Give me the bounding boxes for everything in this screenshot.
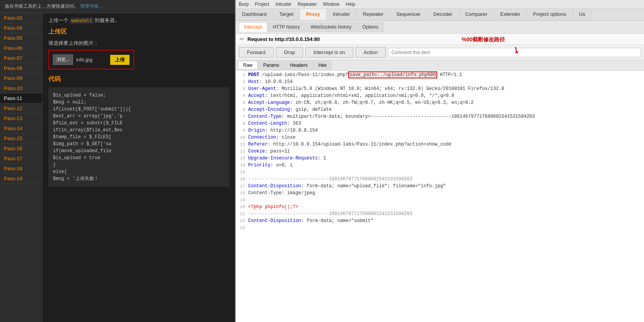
- tab-us[interactable]: Us: [573, 9, 592, 20]
- right-panel: BurpProjectIntruderRepeaterWindowHelp Da…: [235, 0, 644, 322]
- sidebar-item-pass-06[interactable]: Pass-06: [0, 43, 42, 53]
- request-line: 3User-Agent: Mozilla/5.0 (Windows NT 10.…: [236, 86, 644, 93]
- line-number: 18: [236, 190, 247, 195]
- request-tab-headers[interactable]: Headers: [285, 61, 312, 69]
- intercept-on-button[interactable]: Intercept is on: [305, 47, 353, 58]
- tab-project-options[interactable]: Project options: [527, 9, 573, 20]
- line-content: Content-Disposition: form-data; name="up…: [247, 183, 644, 189]
- request-line: 14Priority: u=0, i: [236, 163, 644, 169]
- sidebar-item-pass-14[interactable]: Pass-14: [0, 124, 42, 134]
- code-section-title: 代码: [48, 75, 229, 83]
- menu-item-burp[interactable]: Burp: [239, 2, 249, 7]
- request-line: 23: [236, 225, 644, 232]
- main-content: 上传一个 webshell 到服务器。 上传区 请选择要上传的图片： 浏览...…: [43, 13, 235, 322]
- menu-item-help[interactable]: Help: [346, 2, 355, 7]
- tab-sequencer[interactable]: Sequencer: [390, 9, 427, 20]
- line-number: 23: [236, 225, 247, 230]
- sidebar-item-pass-15[interactable]: Pass-15: [0, 134, 42, 144]
- left-content: Pass-03Pass-04Pass-05Pass-06Pass-07Pass-…: [0, 13, 235, 322]
- manage-bookmarks-link[interactable]: 管理书签...: [80, 3, 102, 9]
- sidebar-item-pass-17[interactable]: Pass-17: [0, 154, 42, 164]
- line-content: -----------------------------18814679771…: [247, 176, 644, 182]
- line-number: 21: [236, 211, 247, 216]
- sidebar-item-pass-08[interactable]: Pass-08: [0, 63, 42, 73]
- tab-repeater[interactable]: Repeater: [357, 9, 390, 20]
- request-line: 10Connection: close: [236, 135, 644, 142]
- request-tab-hex[interactable]: Hex: [313, 61, 332, 69]
- request-line: 7Content-Type: multipart/form-data; boun…: [236, 114, 644, 121]
- comment-input[interactable]: [388, 48, 641, 57]
- menu-item-project[interactable]: Project: [255, 2, 269, 7]
- line-content: Host: 10.0.0.154: [247, 79, 644, 85]
- code-line: else{: [53, 168, 225, 175]
- request-view-tabs: RawParamsHeadersHex: [236, 60, 644, 71]
- request-line: 8Content-Length: 363: [236, 121, 644, 128]
- sidebar-item-pass-16[interactable]: Pass-16: [0, 144, 42, 154]
- proxy-tab-http-history[interactable]: HTTP history: [268, 22, 305, 32]
- sidebar-item-pass-05[interactable]: Pass-05: [0, 33, 42, 43]
- tab-decoder[interactable]: Decoder: [427, 9, 459, 20]
- line-number: 1: [236, 72, 247, 77]
- line-content: Cookie: pass=11: [247, 149, 644, 154]
- code-line: $ext_arr = array('jpg','p: [53, 113, 225, 120]
- upload-section: 上传一个 webshell 到服务器。 上传区 请选择要上传的图片： 浏览...…: [48, 17, 229, 75]
- request-line: 6Accept-Encoding: gzip, deflate: [236, 107, 644, 114]
- upload-button[interactable]: 上传: [110, 55, 129, 65]
- request-line: 2Host: 10.0.0.154: [236, 79, 644, 86]
- line-content: POST /upload-labs/Pass-11/index.php?save…: [247, 72, 644, 78]
- request-header: ✏ Request to http://10.0.0.154:80: [236, 34, 644, 45]
- proxy-tab-options[interactable]: Options: [357, 22, 383, 32]
- breadcrumb-bar: 放在书签工具栏上，方便快速访问。 管理书签...: [0, 0, 235, 13]
- sidebar-item-pass-13[interactable]: Pass-13: [0, 114, 42, 124]
- menu-item-intruder[interactable]: Intruder: [276, 2, 291, 7]
- request-line: 9Origin: http://10.0.0.154: [236, 128, 644, 135]
- tab-dashboard[interactable]: Dashboard: [236, 9, 273, 20]
- proxy-tab-websockets-history[interactable]: WebSockets history: [306, 22, 357, 32]
- request-tab-params[interactable]: Params: [258, 61, 284, 69]
- code-line: $msg = null;: [53, 99, 225, 106]
- action-bar-wrapper: Forward Drop Intercept is on Action %00截…: [236, 45, 644, 60]
- nav-list: Pass-03Pass-04Pass-05Pass-06Pass-07Pass-…: [0, 13, 43, 322]
- code-section: 代码 $is_upload = false;$msg = null;if(iss…: [48, 75, 229, 187]
- sidebar-item-pass-04[interactable]: Pass-04: [0, 23, 42, 33]
- sidebar-item-pass-19[interactable]: Pass-19: [0, 174, 42, 184]
- menu-item-repeater[interactable]: Repeater: [298, 2, 317, 7]
- breadcrumb-text: 放在书签工具栏上，方便快速访问。: [5, 3, 79, 9]
- sidebar-item-pass-07[interactable]: Pass-07: [0, 53, 42, 63]
- sidebar-item-pass-10[interactable]: Pass-10: [0, 83, 42, 93]
- request-line: 4Accept: text/html, application/xhtml+xm…: [236, 93, 644, 100]
- sidebar-item-pass-12[interactable]: Pass-12: [0, 103, 42, 114]
- action-button[interactable]: Action: [356, 47, 386, 58]
- tab-extender[interactable]: Extender: [494, 9, 527, 20]
- sidebar-item-pass-18[interactable]: Pass-18: [0, 164, 42, 174]
- tab-target[interactable]: Target: [273, 9, 300, 20]
- tab-proxy[interactable]: Proxy: [300, 9, 327, 20]
- line-content: Upgrade-Insecure-Requests: 1: [247, 156, 644, 161]
- request-line: 19: [236, 197, 644, 204]
- request-line: 16-----------------------------188146797…: [236, 176, 644, 183]
- request-title: Request to http://10.0.0.154:80: [247, 36, 320, 42]
- proxy-tab-intercept[interactable]: Intercept: [239, 22, 267, 32]
- tab-comparer[interactable]: Comparer: [459, 9, 494, 20]
- action-bar: Forward Drop Intercept is on Action: [236, 45, 644, 60]
- request-tab-raw[interactable]: Raw: [238, 61, 257, 69]
- menu-item-window[interactable]: Window: [323, 2, 339, 7]
- code-line: if(move_uploaded_file: [53, 147, 225, 154]
- forward-button[interactable]: Forward: [239, 47, 274, 58]
- request-line: 1POST /upload-labs/Pass-11/index.php?sav…: [236, 72, 644, 79]
- tab-intruder[interactable]: Intruder: [327, 9, 357, 20]
- sidebar-item-pass-09[interactable]: Pass-09: [0, 73, 42, 83]
- line-content: Origin: http://10.0.0.154: [247, 128, 644, 133]
- request-body: 1POST /upload-labs/Pass-11/index.php?sav…: [236, 71, 644, 322]
- line-content: Accept-Language: zh-CN, zh;q=0.8, zh-TW;…: [247, 100, 644, 105]
- line-number: 19: [236, 197, 247, 202]
- line-number: 10: [236, 135, 247, 140]
- code-line: }: [53, 161, 225, 168]
- code-line: $file_ext = substr($_FILE: [53, 120, 225, 127]
- drop-button[interactable]: Drop: [276, 47, 303, 58]
- sidebar-item-pass-03[interactable]: Pass-03: [0, 13, 42, 23]
- request-line: 17Content-Disposition: form-data; name="…: [236, 183, 644, 190]
- line-number: 2: [236, 79, 247, 84]
- sidebar-item-pass-11[interactable]: Pass-11: [0, 93, 42, 103]
- browse-button[interactable]: 浏览...: [53, 54, 73, 65]
